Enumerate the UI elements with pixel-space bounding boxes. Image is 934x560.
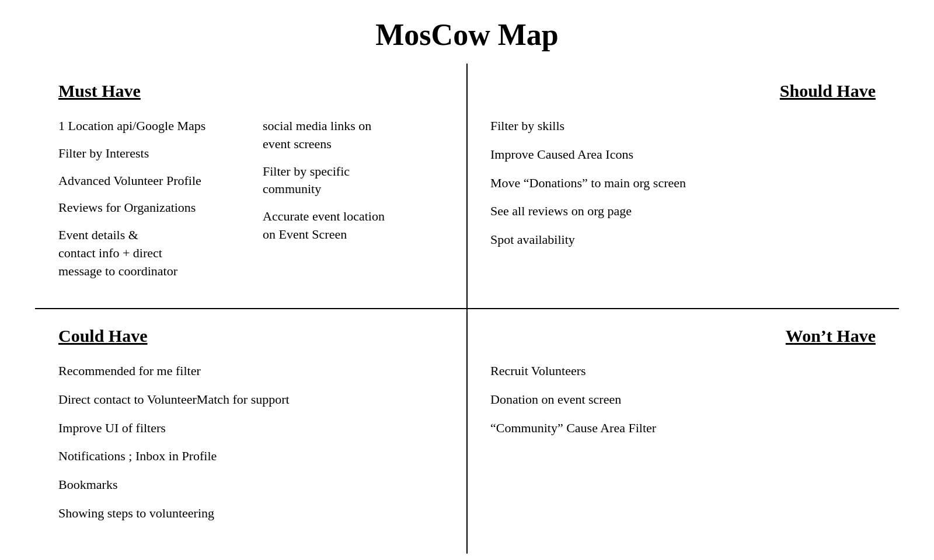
list-item: “Community” Cause Area Filter (490, 419, 876, 438)
list-item: Notifications ; Inbox in Profile (58, 447, 444, 466)
list-item: Reviews for Organizations (58, 199, 239, 217)
list-item: Filter by specific community (263, 163, 444, 199)
should-have-title: Should Have (490, 81, 876, 101)
could-have-title: Could Have (58, 326, 444, 346)
quadrant-should: Should Have Filter by skillsImprove Caus… (467, 64, 899, 309)
list-item: Accurate event location on Event Screen (263, 208, 444, 244)
list-item: Donation on event screen (490, 391, 876, 409)
list-item: Direct contact to VolunteerMatch for sup… (58, 391, 444, 409)
list-item: social media links on event screens (263, 117, 444, 153)
moscow-grid: Must Have 1 Location api/Google MapsFilt… (35, 64, 899, 554)
must-have-col2: social media links on event screensFilte… (263, 117, 444, 281)
list-item: See all reviews on org page (490, 202, 876, 220)
must-have-items-layout: 1 Location api/Google MapsFilter by Inte… (58, 117, 444, 281)
could-have-items: Recommended for me filterDirect contact … (58, 362, 444, 523)
quadrant-could: Could Have Recommended for me filterDire… (35, 309, 467, 554)
list-item: Improve Caused Area Icons (490, 146, 876, 164)
page-title: MosCow Map (375, 18, 558, 52)
list-item: Filter by skills (490, 117, 876, 135)
list-item: Bookmarks (58, 476, 444, 494)
must-have-col1: 1 Location api/Google MapsFilter by Inte… (58, 117, 239, 281)
list-item: Move “Donations” to main org screen (490, 174, 876, 192)
list-item: Recommended for me filter (58, 362, 444, 380)
list-item: 1 Location api/Google Maps (58, 117, 239, 135)
list-item: Improve UI of filters (58, 419, 444, 438)
should-have-items: Filter by skillsImprove Caused Area Icon… (490, 117, 876, 249)
list-item: Recruit Volunteers (490, 362, 876, 380)
wont-have-title: Won’t Have (490, 326, 876, 346)
must-have-title: Must Have (58, 81, 444, 101)
list-item: Filter by Interests (58, 145, 239, 163)
wont-have-items: Recruit VolunteersDonation on event scre… (490, 362, 876, 437)
quadrant-wont: Won’t Have Recruit VolunteersDonation on… (467, 309, 899, 554)
list-item: Spot availability (490, 231, 876, 249)
list-item: Showing steps to volunteering (58, 505, 444, 523)
quadrant-must: Must Have 1 Location api/Google MapsFilt… (35, 64, 467, 309)
list-item: Event details & contact info + direct me… (58, 226, 239, 280)
list-item: Advanced Volunteer Profile (58, 172, 239, 190)
